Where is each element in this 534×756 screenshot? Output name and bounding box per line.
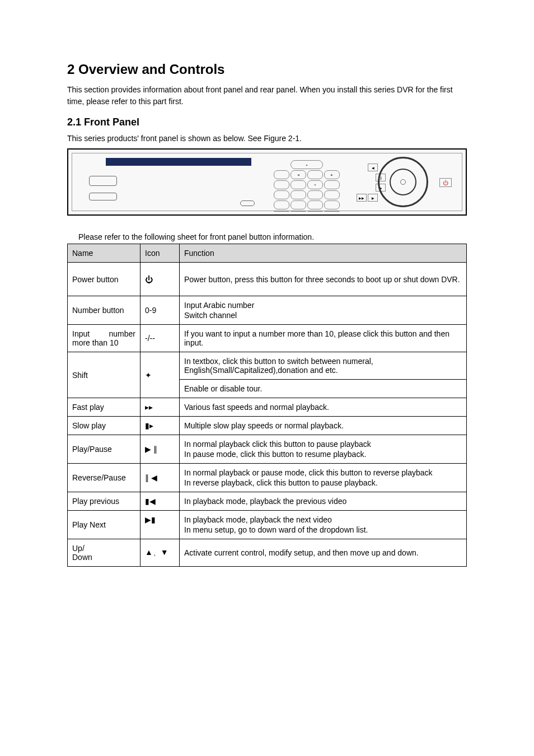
cell-name: Play/Pause [68,435,140,464]
func-line: In textbox, click this button to switch … [180,352,466,380]
intro-paragraph: This section provides information about … [67,84,467,108]
cell-name: Number button [68,296,140,325]
name-part: number [109,329,135,338]
cell-function: In playback mode, playback the previous … [180,492,467,511]
section-subtext: This series products' front panel is sho… [67,134,467,143]
indicator-strip [106,158,251,166]
reversepause-icon: ∥ ◀ [140,464,180,492]
cell-name: Slow play [68,417,140,435]
func-line: Enable or disable tour. [180,380,466,398]
button-grid: ▲ ◀ ▶ ▼ [274,160,340,212]
func-line: Switch channel [184,311,462,320]
playprev-icon: ▮◀ [140,492,180,511]
table-row: Play previous ▮◀ In playback mode, playb… [68,492,467,511]
table-row: Slow play ▮▸ Multiple slow play speeds o… [68,417,467,435]
dial-prev: ◀ [368,164,378,171]
fastplay-icon: ▸▸ [140,398,180,417]
func-line: Input Arabic number [184,301,462,310]
name-part: Input [72,329,90,338]
shift-button [324,200,340,209]
num1-button [274,190,289,199]
aux-button [291,180,306,189]
name-part: more than 10 [72,338,135,347]
cell-name: Play Next [68,511,140,539]
power-button-icon: ⏻ [439,178,452,187]
num2-button [291,190,306,199]
num0-button [324,211,340,212]
cell-name: Fast play [68,398,140,417]
name-part: Up/ [72,544,135,553]
func-line: In menu setup, go to down ward of the dr… [184,525,462,534]
table-row: Input number more than 10 -/-- If you wa… [68,325,467,352]
panel-border: ▲ ◀ ▶ ▼ ◀ ∥ ▶ ▶ ▶▶ [72,153,462,211]
rec-button [274,180,289,189]
table-row: Fast play ▸▸ Various fast speeds and nor… [68,398,467,417]
table-row: Up/ Down ▲、▼ Activate current control, m… [68,539,467,567]
slot [89,193,117,200]
cell-function: In textbox, click this button to switch … [180,352,467,398]
num7-button [274,211,289,212]
dial-next: ▶ [368,194,378,202]
num8-button [291,211,306,212]
table-row: Shift ✦ In textbox, click this button to… [68,352,467,398]
cell-function: Power button, press this button for thre… [180,263,467,296]
cell-function: In normal playback click this button to … [180,435,467,464]
func-line: In playback mode, playback the next vide… [184,515,462,524]
updown-icon: ▲、▼ [140,539,180,567]
mult-button [324,180,340,189]
lock-indicator [240,200,255,206]
num9-button [307,211,323,212]
cell-name: Up/ Down [68,539,140,567]
cell-function: In playback mode, playback the next vide… [180,511,467,539]
jog-inner [390,169,416,195]
header-name: Name [68,244,140,263]
esc-button [274,170,289,179]
table-row: Power button ⏻ Power button, press this … [68,263,467,296]
num4-button [274,200,289,209]
nav-up-button: ▲ [291,160,323,169]
num3-button [307,190,323,199]
table-row: Play Next ▶▮ In playback mode, playback … [68,511,467,539]
cell-function: Input Arabic number Switch channel [180,296,467,325]
button-info-table: Name Icon Function Power button ⏻ Power … [67,244,467,567]
cell-function: In normal playback or pause mode, click … [180,464,467,492]
func-line: In normal playback click this button to … [184,440,462,449]
header-icon: Icon [140,244,180,263]
table-header-row: Name Icon Function [68,244,467,263]
cell-name: Power button [68,263,140,296]
table-row: Number button 0-9 Input Arabic number Sw… [68,296,467,325]
fn-button [324,190,340,199]
playnext-icon: ▶▮ [140,511,180,539]
cell-function: Various fast speeds and normal playback. [180,398,467,417]
page-heading: 2 Overview and Controls [67,62,467,77]
number-icon: 0-9 [140,296,180,325]
cell-name: Play previous [68,492,140,511]
nav-right-button: ▶ [324,170,340,179]
enter-button [307,170,323,179]
slowplay-icon: ▮▸ [140,417,180,435]
num6-button [307,200,323,209]
section-heading: 2.1 Front Panel [67,116,467,128]
nav-down-button: ▼ [307,180,323,189]
name-part: Down [72,553,135,562]
cell-name: Reverse/Pause [68,464,140,492]
table-caption: Please refer to the following sheet for … [78,232,467,241]
table-row: Reverse/Pause ∥ ◀ In normal playback or … [68,464,467,492]
table-row: Play/Pause ▶ ∥ In normal playback click … [68,435,467,464]
shift-icon: ✦ [140,352,180,398]
front-panel-diagram: ▲ ◀ ▶ ▼ ◀ ∥ ▶ ▶ ▶▶ [67,148,467,216]
morethan10-icon: -/-- [140,325,180,352]
usb-port [89,176,117,186]
power-icon: ⏻ [140,263,180,296]
dial-fast: ▶▶ [357,194,367,202]
cell-function: Activate current control, modify setup, … [180,539,467,567]
func-line: In normal playback or pause mode, click … [184,468,462,477]
cell-name: Input number more than 10 [68,325,140,352]
jog-center [400,179,406,185]
num5-button [291,200,306,209]
playpause-icon: ▶ ∥ [140,435,180,464]
cell-name: Shift [68,352,140,398]
cell-function: If you want to input a number more than … [180,325,467,352]
jog-wheel [378,157,428,207]
func-line: In pause mode, click this button to resu… [184,450,462,459]
